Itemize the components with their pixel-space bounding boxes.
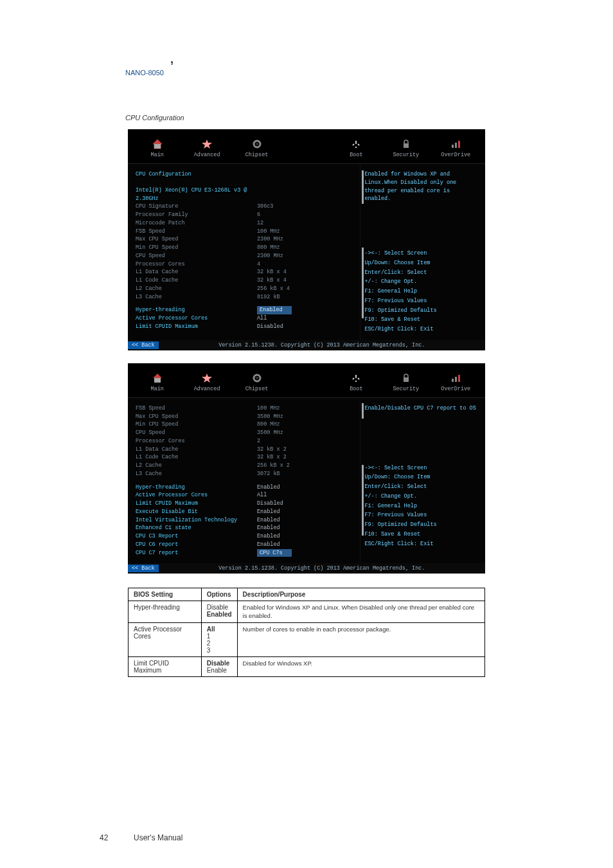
key-help: Up/Down: Choose Item — [364, 259, 479, 267]
tab-overdrive[interactable]: OverDrive — [432, 136, 480, 161]
opt-limit-cpuid[interactable]: Limit CPUID Maximum — [136, 323, 257, 331]
tab-label: OverDrive — [441, 386, 470, 392]
tab-bar: Main Advanced Chipset Boot Security Ov — [128, 129, 485, 164]
opt-c7[interactable]: CPU C7 report — [136, 549, 257, 557]
info-value: 2300 MHz — [257, 235, 283, 244]
opt-hyper-threading[interactable]: Hyper-threading — [136, 306, 257, 314]
opt-c6[interactable]: CPU C6 report — [136, 541, 257, 549]
key-help: Enter/Click: Select — [364, 269, 479, 277]
opt-active-cores[interactable]: Active Processor Cores — [136, 491, 257, 500]
opt-active-cores[interactable]: Active Processor Cores — [136, 314, 257, 323]
opt-value[interactable]: Disabled — [257, 500, 283, 508]
tab-label: Advanced — [194, 386, 220, 392]
opt-execute-disable[interactable]: Execute Disable Bit — [136, 508, 257, 516]
th-options: Options — [201, 588, 237, 601]
svg-rect-10 — [452, 145, 454, 148]
td-setting: Hyper-threading — [129, 601, 202, 623]
opt-value[interactable]: Enabled — [257, 508, 280, 516]
back-button[interactable]: << Back — [128, 565, 159, 572]
key-help: ESC/Right Click: Exit — [364, 325, 479, 334]
gear-icon — [251, 372, 263, 384]
th-setting: BIOS Setting — [129, 588, 202, 601]
bios-screenshot-1: Main Advanced Chipset Boot Security Ov — [128, 129, 485, 350]
info-label: L2 Cache — [136, 462, 257, 470]
opt-c1e[interactable]: Enhanced C1 state — [136, 524, 257, 532]
opt-c3[interactable]: CPU C3 Report — [136, 532, 257, 541]
info-label: Min CPU Speed — [136, 420, 257, 429]
info-label: Max CPU Speed — [136, 235, 257, 244]
info-value: 32 kB x 4 — [257, 276, 287, 285]
lock-icon — [400, 138, 413, 150]
td-desc: Enabled for Windows XP and Linux. When D… — [237, 601, 484, 623]
opt-value[interactable]: Enabled — [257, 524, 280, 532]
tab-label: Security — [393, 386, 419, 392]
tab-main[interactable]: Main — [133, 136, 181, 161]
svg-rect-11 — [455, 143, 457, 148]
opt-value[interactable]: Enabled — [257, 516, 280, 525]
td-options: DisableEnabled — [201, 601, 237, 623]
key-help: F9: Optimized Defaults — [364, 307, 479, 315]
opt-value[interactable]: Enabled — [257, 484, 280, 492]
info-value: 306c3 — [257, 203, 274, 211]
boot-icon — [350, 372, 362, 384]
bars-icon — [449, 372, 462, 384]
opt-hyper-threading[interactable]: Hyper-threading — [136, 484, 257, 492]
tab-chipset[interactable]: Chipset — [233, 370, 281, 395]
tab-label: Security — [393, 152, 419, 158]
opt-value[interactable]: Enabled — [257, 306, 292, 314]
key-help: F10: Save & Reset — [364, 316, 479, 324]
svg-marker-2 — [202, 140, 212, 149]
tab-overdrive[interactable]: OverDrive — [432, 370, 480, 395]
info-value: 32 kB x 2 — [257, 446, 287, 454]
lock-icon — [400, 372, 413, 384]
key-help: Enter/Click: Select — [364, 483, 479, 491]
key-help: +/-: Change Opt. — [364, 278, 479, 286]
opt-value[interactable]: CPU C7s — [257, 549, 292, 557]
back-button[interactable]: << Back — [128, 341, 159, 349]
tab-label: OverDrive — [441, 152, 470, 158]
info-value: 32 kB x 4 — [257, 268, 287, 276]
opt-value[interactable]: Disabled — [257, 323, 283, 331]
tab-security[interactable]: Security — [382, 136, 430, 161]
tab-advanced[interactable]: Advanced — [182, 136, 231, 161]
tab-advanced[interactable]: Advanced — [182, 370, 231, 395]
info-label: L2 Cache — [136, 285, 257, 293]
info-value: 3500 MHz — [257, 429, 283, 437]
info-label: Microcode Patch — [136, 219, 257, 228]
info-value: 32 kB x 2 — [257, 453, 287, 462]
svg-point-17 — [256, 377, 258, 379]
opt-value[interactable]: Enabled — [257, 532, 280, 541]
key-help: F9: Optimized Defaults — [364, 521, 479, 529]
tab-security[interactable]: Security — [382, 370, 430, 395]
info-value: 800 MHz — [257, 244, 280, 252]
tab-main[interactable]: Main — [133, 370, 181, 395]
opt-value[interactable]: Enabled — [257, 541, 280, 549]
table-row: Hyper-threading DisableEnabled Enabled f… — [129, 601, 485, 623]
tab-label: Main — [151, 386, 164, 392]
info-label: L1 Code Cache — [136, 276, 257, 285]
opt-value[interactable]: All — [257, 314, 267, 323]
svg-marker-15 — [202, 374, 212, 383]
svg-point-4 — [256, 143, 258, 145]
info-value: 4 — [257, 260, 260, 269]
svg-line-19 — [353, 378, 354, 379]
tab-boot[interactable]: Boot — [332, 136, 380, 161]
td-setting: Limit CPUID Maximum — [129, 656, 202, 676]
info-label: L1 Data Cache — [136, 446, 257, 454]
opt-value[interactable]: All — [257, 491, 267, 500]
tab-label: Chipset — [245, 152, 269, 158]
info-value: 2300 MHz — [257, 252, 283, 260]
tab-chipset[interactable]: Chipset — [233, 136, 281, 161]
tab-blank — [282, 136, 330, 161]
footer-text: User's Manual — [134, 833, 182, 842]
opt-limit-cpuid[interactable]: Limit CPUID Maximum — [136, 500, 257, 508]
bars-icon — [449, 138, 462, 150]
info-value: 3072 kB — [257, 470, 280, 478]
th-desc: Description/Purpose — [237, 588, 484, 601]
info-label: Min CPU Speed — [136, 244, 257, 252]
tab-boot[interactable]: Boot — [332, 370, 380, 395]
key-help: -><-: Select Screen — [364, 249, 479, 258]
opt-vt[interactable]: Intel Virtualization Technology — [136, 516, 257, 525]
nano-title: NANO-8050 — [125, 69, 613, 77]
help-text: Enable/Disable CPU C7 report to OS — [364, 404, 479, 413]
